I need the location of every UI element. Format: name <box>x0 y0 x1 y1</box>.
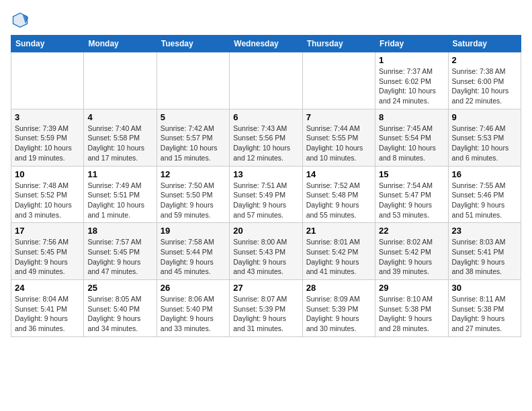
day-info: Sunrise: 7:44 AM Sunset: 5:55 PM Dayligh… <box>306 124 371 163</box>
calendar-header: SundayMondayTuesdayWednesdayThursdayFrid… <box>11 36 521 52</box>
day-number: 8 <box>379 112 444 122</box>
calendar-cell: 14Sunrise: 7:52 AM Sunset: 5:48 PM Dayli… <box>302 166 375 223</box>
calendar-cell: 15Sunrise: 7:54 AM Sunset: 5:47 PM Dayli… <box>375 166 448 223</box>
day-info: Sunrise: 8:03 AM Sunset: 5:41 PM Dayligh… <box>452 237 517 277</box>
col-header-wednesday: Wednesday <box>230 36 302 52</box>
day-info: Sunrise: 7:49 AM Sunset: 5:51 PM Dayligh… <box>87 181 152 220</box>
day-info: Sunrise: 7:39 AM Sunset: 5:59 PM Dayligh… <box>15 124 80 163</box>
header-row: SundayMondayTuesdayWednesdayThursdayFrid… <box>11 36 521 52</box>
calendar-cell: 22Sunrise: 8:02 AM Sunset: 5:42 PM Dayli… <box>375 223 448 280</box>
day-number: 22 <box>379 226 444 236</box>
day-info: Sunrise: 7:46 AM Sunset: 5:53 PM Dayligh… <box>452 124 517 163</box>
day-number: 12 <box>161 169 226 179</box>
day-number: 4 <box>87 112 152 122</box>
calendar-cell: 9Sunrise: 7:46 AM Sunset: 5:53 PM Daylig… <box>448 109 521 166</box>
day-number: 25 <box>87 283 152 293</box>
day-number: 18 <box>87 226 152 236</box>
calendar-cell: 17Sunrise: 7:56 AM Sunset: 5:45 PM Dayli… <box>11 223 84 280</box>
calendar-cell: 7Sunrise: 7:44 AM Sunset: 5:55 PM Daylig… <box>302 109 375 166</box>
calendar-cell: 1Sunrise: 7:37 AM Sunset: 6:02 PM Daylig… <box>375 52 448 109</box>
day-info: Sunrise: 8:05 AM Sunset: 5:40 PM Dayligh… <box>87 294 152 334</box>
day-number: 20 <box>233 226 298 236</box>
day-info: Sunrise: 8:06 AM Sunset: 5:40 PM Dayligh… <box>161 294 226 334</box>
calendar-cell: 13Sunrise: 7:51 AM Sunset: 5:49 PM Dayli… <box>230 166 302 223</box>
calendar-cell: 18Sunrise: 7:57 AM Sunset: 5:45 PM Dayli… <box>84 223 157 280</box>
day-info: Sunrise: 7:56 AM Sunset: 5:45 PM Dayligh… <box>15 237 80 277</box>
calendar-cell: 25Sunrise: 8:05 AM Sunset: 5:40 PM Dayli… <box>84 280 157 337</box>
calendar-table: SundayMondayTuesdayWednesdayThursdayFrid… <box>11 35 521 337</box>
day-number: 6 <box>233 112 298 122</box>
day-number: 10 <box>15 169 80 179</box>
day-number: 28 <box>306 283 371 293</box>
day-number: 26 <box>161 283 226 293</box>
logo <box>11 11 32 30</box>
day-info: Sunrise: 8:10 AM Sunset: 5:38 PM Dayligh… <box>379 294 444 334</box>
calendar-week-2: 3Sunrise: 7:39 AM Sunset: 5:59 PM Daylig… <box>11 109 521 166</box>
calendar-cell: 6Sunrise: 7:43 AM Sunset: 5:56 PM Daylig… <box>230 109 302 166</box>
calendar-cell: 27Sunrise: 8:07 AM Sunset: 5:39 PM Dayli… <box>230 280 302 337</box>
calendar-cell: 10Sunrise: 7:48 AM Sunset: 5:52 PM Dayli… <box>11 166 84 223</box>
col-header-friday: Friday <box>375 36 448 52</box>
day-info: Sunrise: 8:00 AM Sunset: 5:43 PM Dayligh… <box>233 237 298 277</box>
day-number: 2 <box>452 55 517 65</box>
day-info: Sunrise: 7:38 AM Sunset: 6:00 PM Dayligh… <box>452 66 517 106</box>
calendar-cell: 30Sunrise: 8:11 AM Sunset: 5:38 PM Dayli… <box>448 280 521 337</box>
day-info: Sunrise: 7:48 AM Sunset: 5:52 PM Dayligh… <box>15 181 80 220</box>
calendar-cell <box>84 52 157 109</box>
day-info: Sunrise: 7:52 AM Sunset: 5:48 PM Dayligh… <box>306 181 371 220</box>
calendar-cell: 23Sunrise: 8:03 AM Sunset: 5:41 PM Dayli… <box>448 223 521 280</box>
calendar-cell <box>157 52 229 109</box>
day-number: 11 <box>87 169 152 179</box>
day-info: Sunrise: 7:42 AM Sunset: 5:57 PM Dayligh… <box>161 124 226 163</box>
calendar-cell: 11Sunrise: 7:49 AM Sunset: 5:51 PM Dayli… <box>84 166 157 223</box>
calendar-cell: 26Sunrise: 8:06 AM Sunset: 5:40 PM Dayli… <box>157 280 229 337</box>
day-number: 3 <box>15 112 80 122</box>
calendar-cell: 3Sunrise: 7:39 AM Sunset: 5:59 PM Daylig… <box>11 109 84 166</box>
calendar-cell: 2Sunrise: 7:38 AM Sunset: 6:00 PM Daylig… <box>448 52 521 109</box>
day-number: 24 <box>15 283 80 293</box>
page-header <box>11 11 521 30</box>
calendar-week-3: 10Sunrise: 7:48 AM Sunset: 5:52 PM Dayli… <box>11 166 521 223</box>
day-info: Sunrise: 7:58 AM Sunset: 5:44 PM Dayligh… <box>161 237 226 277</box>
day-info: Sunrise: 7:51 AM Sunset: 5:49 PM Dayligh… <box>233 181 298 220</box>
day-info: Sunrise: 8:11 AM Sunset: 5:38 PM Dayligh… <box>452 294 517 334</box>
day-info: Sunrise: 8:09 AM Sunset: 5:39 PM Dayligh… <box>306 294 371 334</box>
day-number: 5 <box>161 112 226 122</box>
day-number: 17 <box>15 226 80 236</box>
day-info: Sunrise: 8:07 AM Sunset: 5:39 PM Dayligh… <box>233 294 298 334</box>
day-number: 27 <box>233 283 298 293</box>
calendar-cell: 24Sunrise: 8:04 AM Sunset: 5:41 PM Dayli… <box>11 280 84 337</box>
col-header-thursday: Thursday <box>302 36 375 52</box>
day-info: Sunrise: 7:55 AM Sunset: 5:46 PM Dayligh… <box>452 181 517 220</box>
day-number: 29 <box>379 283 444 293</box>
day-number: 14 <box>306 169 371 179</box>
calendar-cell: 4Sunrise: 7:40 AM Sunset: 5:58 PM Daylig… <box>84 109 157 166</box>
day-number: 16 <box>452 169 517 179</box>
day-number: 7 <box>306 112 371 122</box>
calendar-cell: 5Sunrise: 7:42 AM Sunset: 5:57 PM Daylig… <box>157 109 229 166</box>
day-info: Sunrise: 7:54 AM Sunset: 5:47 PM Dayligh… <box>379 181 444 220</box>
day-number: 9 <box>452 112 517 122</box>
day-info: Sunrise: 7:37 AM Sunset: 6:02 PM Dayligh… <box>379 66 444 106</box>
calendar-cell: 21Sunrise: 8:01 AM Sunset: 5:42 PM Dayli… <box>302 223 375 280</box>
day-number: 19 <box>161 226 226 236</box>
calendar-body: 1Sunrise: 7:37 AM Sunset: 6:02 PM Daylig… <box>11 52 521 337</box>
calendar-cell: 16Sunrise: 7:55 AM Sunset: 5:46 PM Dayli… <box>448 166 521 223</box>
calendar-cell: 28Sunrise: 8:09 AM Sunset: 5:39 PM Dayli… <box>302 280 375 337</box>
calendar-week-4: 17Sunrise: 7:56 AM Sunset: 5:45 PM Dayli… <box>11 223 521 280</box>
calendar-cell <box>230 52 302 109</box>
col-header-sunday: Sunday <box>11 36 84 52</box>
calendar-cell <box>302 52 375 109</box>
calendar-cell: 8Sunrise: 7:45 AM Sunset: 5:54 PM Daylig… <box>375 109 448 166</box>
calendar-cell <box>11 52 84 109</box>
day-info: Sunrise: 7:50 AM Sunset: 5:50 PM Dayligh… <box>161 181 226 220</box>
day-number: 23 <box>452 226 517 236</box>
day-number: 13 <box>233 169 298 179</box>
calendar-cell: 29Sunrise: 8:10 AM Sunset: 5:38 PM Dayli… <box>375 280 448 337</box>
calendar-week-5: 24Sunrise: 8:04 AM Sunset: 5:41 PM Dayli… <box>11 280 521 337</box>
day-number: 21 <box>306 226 371 236</box>
day-info: Sunrise: 7:45 AM Sunset: 5:54 PM Dayligh… <box>379 124 444 163</box>
calendar-cell: 19Sunrise: 7:58 AM Sunset: 5:44 PM Dayli… <box>157 223 229 280</box>
day-number: 15 <box>379 169 444 179</box>
calendar-cell: 12Sunrise: 7:50 AM Sunset: 5:50 PM Dayli… <box>157 166 229 223</box>
